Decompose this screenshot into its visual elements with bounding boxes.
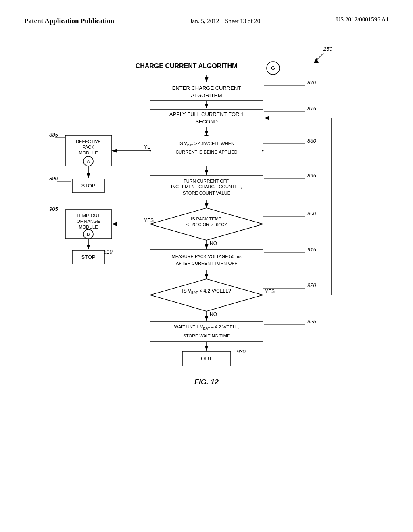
ref-895: 895	[307, 172, 316, 179]
box-895-text3: STORE COUNT VALUE	[183, 191, 230, 195]
box-890-text: STOP	[81, 183, 95, 189]
diamond-920	[150, 279, 263, 311]
diagram-area: .box-text { font-family: Arial, sans-ser…	[24, 34, 389, 501]
page: Patent Application Publication Jan. 5, 2…	[0, 0, 413, 532]
publication-date: Jan. 5, 2012	[190, 18, 219, 24]
yes-900: YES	[144, 218, 154, 223]
box-905-text1: TEMP. OUT	[77, 213, 100, 218]
ref-870: 870	[307, 79, 316, 85]
box-885-text2: PACK	[82, 145, 94, 150]
patent-publication-label: Patent Application Publication	[24, 16, 114, 26]
yes-920: YES	[265, 289, 275, 294]
ref-890: 890	[49, 175, 58, 181]
connector-b-label: B	[87, 232, 90, 237]
box-910-text: STOP	[81, 254, 95, 260]
box-915-text1: MEASURE PACK VOLTAGE 50 ms	[172, 254, 242, 259]
ref-880: 880	[307, 138, 316, 144]
box-875-text1: APPLY FULL CURRENT FOR 1	[169, 111, 244, 117]
diagram-title: CHARGE CURRENT ALGORITHM	[136, 62, 238, 69]
connector-g-label: G	[271, 65, 275, 71]
diamond-900-text1: IS PACK TEMP.	[191, 216, 222, 221]
figure-caption: FIG. 12	[194, 378, 219, 386]
ref-915: 915	[307, 247, 316, 253]
box-885-text1: DEFECTIVE	[76, 139, 101, 144]
box-870-text2: ALGORITHM	[191, 92, 222, 98]
ref-875: 875	[307, 106, 316, 112]
no-920: NO	[210, 312, 217, 317]
box-925-text2: STORE WAITING TIME	[183, 333, 230, 338]
box-875-text2: SECOND	[195, 118, 218, 125]
box-895-text1: TURN CURRENT OFF,	[184, 179, 229, 183]
box-905-text2: OF RANGE	[77, 219, 100, 224]
box-915-text2: AFTER CURRENT TURN-OFF	[176, 261, 237, 266]
flowchart-svg: .box-text { font-family: Arial, sans-ser…	[25, 34, 388, 501]
diamond-880-retext2: CURRENT IS BEING APPLIED	[175, 150, 237, 154]
box-905-text3: MODULE	[79, 224, 98, 229]
ref-910: 910	[104, 249, 113, 255]
ref-250: 250	[323, 46, 332, 52]
box-870-text1: ENTER CHARGE CURRENT	[172, 85, 241, 91]
ref-930: 930	[237, 349, 246, 355]
ref-920: 920	[307, 282, 316, 288]
patent-number: US 2012/0001596 A1	[336, 16, 389, 23]
ref-925: 925	[307, 318, 316, 324]
diamond-920-text: IS VBAT < 4.2 V/CELL?	[182, 288, 231, 295]
ref-905: 905	[49, 206, 58, 212]
box-930-text: OUT	[201, 355, 212, 362]
box-895-text2: INCREMENT CHARGE COUNTER,	[171, 184, 242, 189]
ref-885: 885	[49, 132, 58, 138]
ref-900: 900	[307, 210, 316, 216]
diamond-900-text2: < -20°C OR > 65°C?	[186, 222, 227, 227]
sheet-info: Sheet 13 of 20	[225, 18, 260, 24]
page-header: Patent Application Publication Jan. 5, 2…	[24, 16, 389, 26]
header-center: Jan. 5, 2012 Sheet 13 of 20	[190, 16, 261, 26]
box-915	[150, 250, 263, 270]
connector-a-label: A	[87, 159, 90, 164]
box-925-text1: WAIT UNTIL VBAT = 4.2 V/CELL,	[174, 324, 239, 330]
box-885-text3: MODULE	[79, 150, 98, 155]
box-925	[150, 322, 263, 342]
no-900: NO	[210, 241, 217, 246]
